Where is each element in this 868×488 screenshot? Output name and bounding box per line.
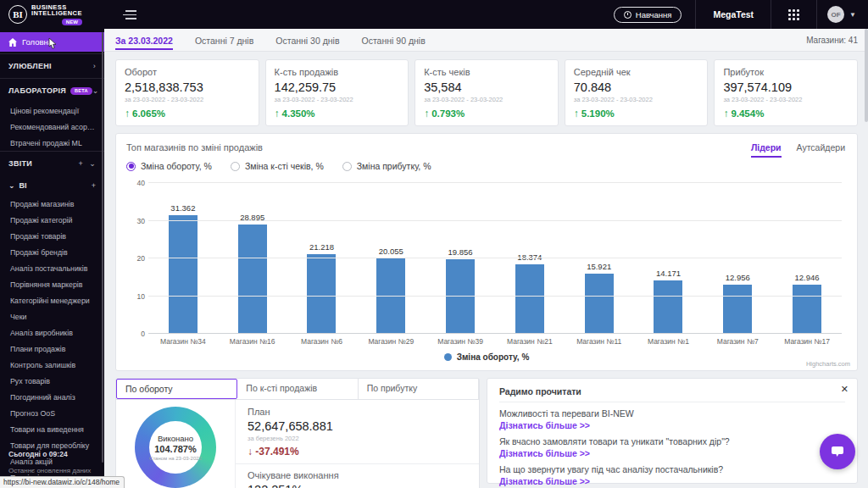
- bar-data-label: 15.921: [587, 262, 611, 271]
- bar[interactable]: [585, 274, 614, 334]
- kpi-change-value: 5.190%: [581, 108, 615, 119]
- kpi-change-value: 9.454%: [731, 108, 764, 119]
- divider: [771, 0, 771, 29]
- highcharts-credit[interactable]: Highcharts.com: [806, 360, 850, 368]
- sidebar-item-report[interactable]: Прогноз OoS: [0, 405, 104, 421]
- up-arrow-icon: ↑: [574, 108, 579, 119]
- avatar: OF: [827, 6, 844, 23]
- plan-tab[interactable]: По прибутку: [359, 379, 479, 399]
- sidebar-item-lab[interactable]: Рекомендований асортим...: [0, 119, 104, 135]
- chat-button[interactable]: [820, 434, 855, 469]
- stores-count: Магазини: 41: [806, 36, 858, 45]
- sidebar-item-report[interactable]: Контроль залишків: [0, 357, 104, 373]
- period-tab[interactable]: Останні 90 днів: [362, 30, 426, 50]
- leaders-tab[interactable]: Аутсайдери: [797, 142, 845, 158]
- plan-title: План: [248, 407, 467, 417]
- period-tab[interactable]: За 23.03.2022: [115, 30, 173, 50]
- bar-slot: 19.856: [426, 183, 495, 334]
- user-menu[interactable]: OF ▼: [817, 6, 868, 23]
- kpi-change-value: 4.350%: [282, 108, 315, 119]
- account-name[interactable]: MegaTest: [696, 9, 771, 19]
- training-button[interactable]: Навчання: [614, 7, 682, 23]
- sidebar-item-report[interactable]: Плани продажів: [0, 341, 104, 357]
- sidebar-item-lab[interactable]: Цінові рекомендації: [0, 103, 104, 119]
- reading-link[interactable]: Дізнатись більше >>: [499, 420, 845, 430]
- sidebar-item-report[interactable]: Категорійні менеджери: [0, 292, 104, 308]
- sidebar-item-report[interactable]: Продажі магазинів: [0, 196, 104, 212]
- bar[interactable]: [723, 285, 752, 334]
- gridline: [148, 333, 842, 334]
- browser-status-url: https://bi-new.datawiz.io/c/148/home: [0, 476, 125, 488]
- x-axis-label: Магазин №7: [703, 337, 772, 346]
- sidebar: Головна УЛЮБЛЕНІ › ЛАБОРАТОРІЯ BETA ⌄ Ці…: [0, 29, 104, 488]
- plan-tab[interactable]: По к-сті продажів: [237, 379, 358, 399]
- reading-link[interactable]: Дізнатись більше >>: [499, 476, 845, 486]
- menu-toggle-icon[interactable]: [123, 9, 136, 19]
- sidebar-item-report[interactable]: Аналіз виробників: [0, 324, 104, 341]
- kpi-change: ↑6.065%: [125, 108, 250, 119]
- sidebar-scrollbar[interactable]: [102, 32, 103, 463]
- leaders-tab[interactable]: Лідери: [751, 142, 782, 158]
- sidebar-item-report[interactable]: Чеки: [0, 308, 104, 324]
- kpi-period: за 23-03-2022 - 23-03-2022: [723, 96, 849, 103]
- main-scrollbar[interactable]: [865, 29, 868, 122]
- reading-items: Можливості та переваги BI-NEWДізнатись б…: [499, 408, 845, 486]
- plus-icon[interactable]: +: [92, 181, 96, 190]
- sidebar-section-lab[interactable]: ЛАБОРАТОРІЯ BETA ⌄: [0, 78, 104, 103]
- chart-legend[interactable]: Зміна обороту, %: [126, 352, 847, 362]
- bar[interactable]: [307, 254, 336, 334]
- plan-tab[interactable]: По обороту: [116, 379, 237, 399]
- sidebar-section-favorites[interactable]: УЛЮБЛЕНІ ›: [0, 53, 104, 78]
- bar[interactable]: [446, 259, 475, 334]
- apps-grid-icon[interactable]: [788, 9, 799, 20]
- radio-dot-icon: [231, 162, 240, 171]
- lab-items: Цінові рекомендаціїРекомендований асорти…: [0, 103, 104, 151]
- gridline: [148, 296, 842, 297]
- sidebar-item-report[interactable]: Продажі товарів: [0, 228, 104, 244]
- metric-radio[interactable]: Зміна обороту, %: [126, 161, 212, 171]
- sidebar-item-report[interactable]: Продажі категорій: [0, 212, 104, 228]
- sidebar-item-report[interactable]: Товари на виведення: [0, 421, 104, 437]
- sidebar-item-report[interactable]: Порівняння маркерів: [0, 276, 104, 292]
- sidebar-item-report[interactable]: Продажі брендів: [0, 244, 104, 260]
- sidebar-item-report[interactable]: Рух товарів: [0, 373, 104, 389]
- last-update-time: Сьогодні о 09:24: [8, 450, 96, 458]
- clock-icon: [624, 11, 632, 19]
- bar[interactable]: [169, 215, 198, 334]
- bar-slot: 14.171: [634, 183, 704, 334]
- radio-label: Зміна к-сті чеків, %: [245, 161, 324, 171]
- x-axis-label: Магазин №34: [148, 337, 218, 346]
- sidebar-item-lab[interactable]: Втрачені продажі ML: [0, 135, 104, 151]
- period-tabs-bar: За 23.03.2022Останні 7 днівОстанні 30 дн…: [104, 29, 868, 52]
- metric-radio[interactable]: Зміна прибутку, %: [342, 161, 431, 171]
- period-tab[interactable]: Останні 30 днів: [275, 30, 339, 50]
- kpi-card: К-сть продажів142,259.75за 23-03-2022 - …: [265, 59, 409, 126]
- reading-link[interactable]: Дізнатись більше >>: [499, 448, 845, 458]
- period-tab[interactable]: Останні 7 днів: [195, 30, 253, 50]
- sidebar-group-bi[interactable]: ⌄ BI +: [0, 175, 104, 196]
- bar[interactable]: [654, 280, 682, 334]
- chevron-down-icon: ▼: [849, 11, 856, 19]
- close-icon[interactable]: ✕: [841, 384, 849, 395]
- sidebar-section-reports[interactable]: ЗВІТИ + ⌄: [0, 151, 104, 175]
- chat-icon: [829, 443, 846, 460]
- sidebar-item-home[interactable]: Головна: [0, 32, 104, 52]
- app-logo: BI BUSINESS INTELLIGENCE NEW: [0, 0, 104, 29]
- donut-label: Виконано: [158, 434, 193, 443]
- kpi-title: Оборот: [125, 67, 250, 77]
- metric-radio[interactable]: Зміна к-сті чеків, %: [231, 161, 324, 171]
- bar[interactable]: [238, 225, 267, 334]
- bar[interactable]: [793, 285, 821, 334]
- plus-icon[interactable]: +: [79, 159, 84, 168]
- sidebar-item-report[interactable]: Аналіз постачальників: [0, 260, 104, 276]
- report-items: Продажі магазинівПродажі категорійПродаж…: [0, 196, 104, 485]
- y-axis-tick: 10: [130, 292, 145, 301]
- bar-data-label: 14.171: [656, 269, 681, 278]
- x-axis-label: Магазин №16: [218, 337, 287, 346]
- top-stores-chart-card: Топ магазинів по зміні продажів Зміна об…: [115, 133, 858, 371]
- sidebar-item-report[interactable]: Погодинний аналіз: [0, 389, 104, 405]
- last-update-block: Сьогодні о 09:24 Останнє оновлення даних: [0, 450, 104, 476]
- kpi-card: Прибуток397,574.109за 23-03-2022 - 23-03…: [714, 59, 858, 126]
- bar[interactable]: [515, 264, 544, 334]
- plan-period: за березень 2022: [248, 435, 467, 442]
